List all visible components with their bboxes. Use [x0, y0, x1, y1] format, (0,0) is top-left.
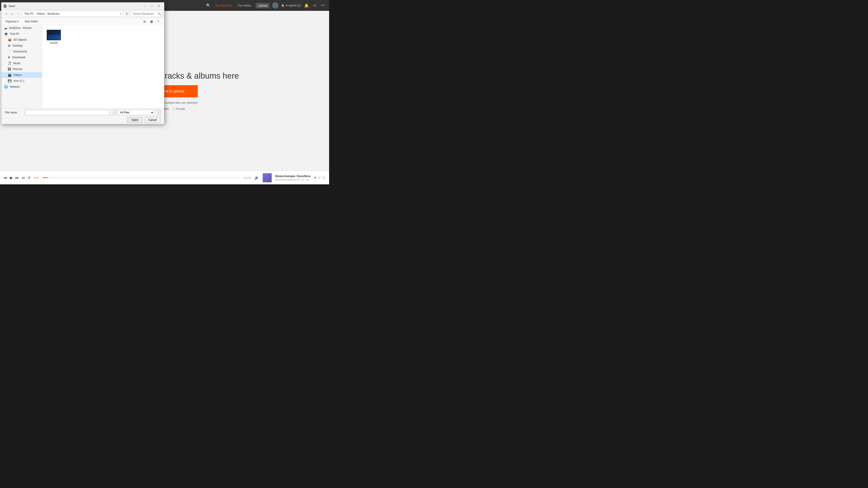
sidebar-item-pictures[interactable]: 🖼 Pictures: [1, 66, 42, 72]
incognito-icon: 🕵: [281, 4, 285, 7]
window-controls: — □ ✕: [142, 4, 162, 8]
more-icon[interactable]: •••: [320, 2, 326, 8]
sidebar-item-this-pc[interactable]: 💻 This PC: [1, 31, 42, 37]
minimize-button[interactable]: —: [142, 4, 148, 8]
onedrive-icon: ☁: [4, 26, 7, 30]
refresh-button[interactable]: ↻: [124, 11, 130, 17]
breadcrumb-videos: Videos: [37, 12, 45, 15]
file-thumbnail: [46, 30, 61, 40]
help-button[interactable]: ?: [155, 19, 161, 24]
repeat-button[interactable]: ↺: [27, 175, 30, 180]
avatar[interactable]: 👤: [272, 2, 278, 8]
videos-icon: 🎬: [8, 73, 11, 77]
documents-icon: 📄: [8, 50, 11, 53]
chrome-favicon: [3, 4, 7, 8]
organize-button[interactable]: Organize ▾: [4, 19, 20, 24]
dialog-title: Open: [8, 4, 140, 8]
list-item[interactable]: sample: [45, 28, 63, 46]
search-wrapper: 🔍: [131, 11, 162, 17]
volume-icon[interactable]: 🔊: [254, 175, 259, 180]
sidebar-item-downloads[interactable]: ⬇ Downloads: [1, 55, 42, 60]
footer-buttons: Open Cancel: [5, 117, 160, 123]
network-icon: 🌐: [4, 85, 8, 89]
filetype-chevron-icon[interactable]: ▾: [156, 110, 160, 115]
sidebar-label-onedrive: OneDrive - Person: [9, 26, 31, 30]
privacy-private[interactable]: Private: [172, 107, 185, 110]
sidebar-item-documents[interactable]: 📄 Documents: [1, 48, 42, 55]
next-button[interactable]: ⏭: [16, 176, 19, 180]
shuffle-button[interactable]: ⇄: [22, 175, 25, 180]
privacy-private-radio[interactable]: [172, 107, 175, 110]
downloads-icon: ⬇: [8, 56, 10, 59]
nav-pane: ☁ OneDrive - Person 💻 This PC 📦 3D Objec…: [1, 25, 42, 108]
prev-button[interactable]: ⏮: [4, 176, 7, 180]
breadcrumb-bandicam: Bandicam: [48, 12, 59, 15]
filename-label: File name:: [5, 111, 23, 114]
sidebar-label-this-pc: This PC: [10, 32, 20, 35]
up-button[interactable]: ↑: [16, 11, 21, 17]
view-buttons: ⊞ ▣ ?: [142, 19, 161, 24]
repost-icon[interactable]: ↺: [318, 176, 321, 180]
view-toggle-button[interactable]: ⊞: [142, 19, 148, 24]
sidebar-item-acer[interactable]: 💾 Acer (C:): [1, 78, 42, 84]
breadcrumb-sep1: ›: [35, 12, 36, 15]
pane-button[interactable]: ▣: [148, 19, 155, 24]
like-icon[interactable]: ♥: [314, 176, 316, 180]
sidebar-item-music[interactable]: 🎵 Music: [1, 60, 42, 66]
for-artists-nav[interactable]: For Artists: [236, 3, 253, 8]
search-inside-icon: 🔍: [158, 12, 161, 15]
sidebar-label-music: Music: [13, 62, 20, 65]
organize-chevron-icon: ▾: [17, 20, 19, 23]
play-button[interactable]: ▶: [10, 175, 13, 180]
queue-icon[interactable]: ☰: [322, 176, 326, 180]
sidebar-label-3d-objects: 3D Objects: [13, 38, 27, 41]
close-button[interactable]: ✕: [156, 4, 162, 8]
sidebar-item-network[interactable]: 🌐 Network: [1, 84, 42, 90]
search-icon[interactable]: 🔍: [206, 3, 211, 8]
dialog-nav-toolbar: ◀ ▶ ↑ This PC › Videos › Bandicam ▾ ↻ 🔍: [1, 10, 164, 18]
breadcrumb-chevron-icon: ▾: [120, 12, 121, 15]
sidebar-item-onedrive[interactable]: ☁ OneDrive - Person: [1, 25, 42, 31]
breadcrumb-this-pc: This PC: [24, 12, 34, 15]
filename-input[interactable]: [25, 110, 110, 115]
file-thumbnail-image: [47, 30, 61, 40]
track-thumbnail: [263, 173, 272, 182]
back-button[interactable]: ◀: [3, 11, 8, 17]
acer-icon: 💾: [8, 79, 11, 83]
sidebar-label-downloads: Downloads: [12, 56, 26, 59]
content-pane: sample: [42, 25, 164, 108]
file-label: sample: [50, 41, 58, 44]
track-info: Biotechnologia / Densiflora Densiflora p…: [275, 175, 310, 181]
maximize-button[interactable]: □: [149, 4, 155, 8]
filename-row: File name: ▾ All Files ▾: [5, 110, 160, 115]
privacy-private-label: Private: [176, 107, 185, 110]
sidebar-label-videos: Videos: [13, 73, 22, 76]
dialog-titlebar: Open — □ ✕: [1, 2, 164, 10]
sidebar-label-desktop: Desktop: [13, 44, 23, 47]
total-time: 1:58:33: [243, 176, 251, 179]
filetype-select[interactable]: All Files: [118, 110, 154, 115]
new-folder-button[interactable]: New folder: [24, 19, 39, 24]
sidebar-item-3d-objects[interactable]: 📦 3D Objects: [1, 37, 42, 43]
sidebar-label-network: Network: [10, 85, 20, 88]
open-button[interactable]: Open: [127, 117, 143, 123]
sidebar-item-videos[interactable]: 🎬 Videos: [1, 72, 42, 78]
sidebar-label-acer: Acer (C:): [13, 79, 24, 83]
progress-bar[interactable]: [42, 177, 239, 178]
bell-icon[interactable]: 🔔: [303, 2, 310, 8]
filename-chevron-icon[interactable]: ▾: [112, 110, 116, 115]
sidebar-label-documents: Documents: [13, 50, 27, 53]
forward-button[interactable]: ▶: [9, 11, 15, 17]
upload-nav[interactable]: Upload: [256, 3, 270, 8]
breadcrumb-sep2: ›: [46, 12, 46, 15]
mail-icon[interactable]: ✉: [312, 2, 317, 8]
sidebar-item-desktop[interactable]: 🖥 Desktop: [1, 43, 42, 48]
incognito-label[interactable]: 🕵 Incognito (2): [281, 4, 301, 7]
music-icon: 🎵: [8, 61, 11, 65]
cancel-button[interactable]: Cancel: [145, 117, 160, 123]
try-next-pro-nav[interactable]: Try Next Pro: [213, 3, 233, 8]
breadcrumb[interactable]: This PC › Videos › Bandicam ▾: [22, 11, 123, 17]
desktop-icon: 🖥: [8, 44, 11, 47]
organize-toolbar: Organize ▾ New folder ⊞ ▣ ?: [1, 18, 164, 25]
dialog-footer: File name: ▾ All Files ▾ Open Cancel: [1, 108, 164, 124]
